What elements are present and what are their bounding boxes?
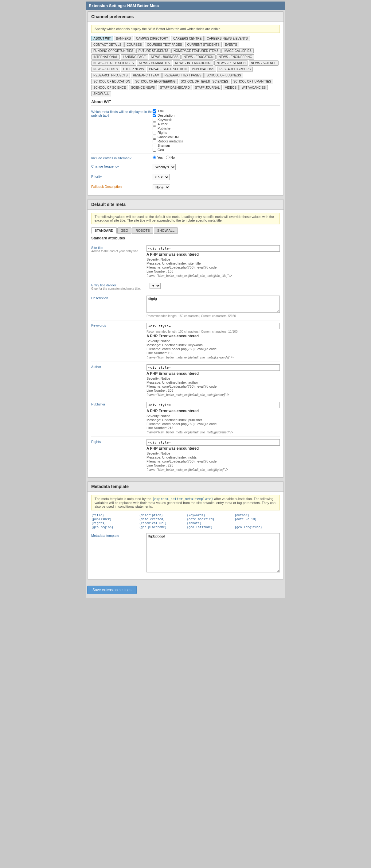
channel-tag[interactable]: RESEARCH PROJECTS [91,73,130,78]
channel-tag[interactable]: RESEARCH TEAM [131,73,162,78]
template-var [235,522,280,525]
channel-tag[interactable]: NEWS - HEALTH SCIENCES [91,60,136,66]
channel-tag[interactable]: BANNERS [114,36,133,41]
metadata-template-info: The meta template is outputted by the {e… [91,495,280,510]
template-var: {rights} [91,522,137,525]
channel-tag[interactable]: CURRENT STUDENTS [185,42,222,47]
channel-tag[interactable]: SHOW ALL [91,91,111,96]
author-input[interactable] [146,364,280,371]
channel-preferences-section: Channel preferences Specify which channe… [87,11,284,195]
channel-tag[interactable]: NEWS - EDUCATION [181,54,216,60]
meta-field-checkbox-item[interactable]: Geo [153,148,280,152]
publisher-label: Publisher [91,402,146,406]
channel-tag[interactable]: VIDEOS [223,85,239,90]
template-var: {date_valid} [235,518,280,521]
sitemap-radios: Yes No [153,156,280,159]
channel-tag[interactable]: WIT VACANCIES [239,85,268,90]
channel-tag[interactable]: SCHOOL OF HUMANITIES [231,79,273,84]
std-attrs-title: Standard attributes [91,236,280,240]
template-var: {description} [139,514,184,517]
keywords-error: A PHP Error was encountered Severity: No… [146,334,280,359]
channel-tag[interactable]: EVENTS [223,42,239,47]
channel-tag[interactable]: COURSES [124,42,144,47]
channel-tag[interactable]: LANDING PAGE [121,54,148,60]
priority-label: Priority [91,174,153,178]
channel-tag[interactable]: STAFF DASHBOARD [158,85,192,90]
channel-tag[interactable]: INTERNATIONAL [91,54,120,60]
rights-label: Rights [91,439,146,443]
default-meta-tab[interactable]: SHOW ALL [154,227,178,234]
meta-field-checkbox-item[interactable]: Publisher [153,126,280,130]
channel-tag[interactable]: FUTURE STUDENTS [136,48,170,53]
meta-field-checkbox-item[interactable]: Title [153,109,280,113]
channel-tag[interactable]: CAREERS CENTRE [171,36,204,41]
default-meta-tab[interactable]: ROBOTS [132,227,153,234]
channel-tag[interactable]: OTHER NEWS [121,67,146,72]
channel-tag[interactable]: SCIENCE NEWS [129,85,157,90]
template-var: {publisher} [91,518,137,521]
metadata-template-textarea[interactable]: ltgdgdgdgd [146,533,280,572]
fallback-label: Fallback Description [91,184,153,188]
channel-tag[interactable]: SCHOOL OF HEALTH SCIENCES [179,79,230,84]
publisher-input[interactable] [146,402,280,408]
template-var: {keywords} [187,514,232,517]
channel-tag[interactable]: NEWS - SPORTS [91,67,120,72]
default-meta-tab[interactable]: GEO [117,227,132,234]
channel-tag[interactable]: CAREERS NEWS & EVENTS [204,36,250,41]
channel-tag[interactable]: SCHOOL OF SCIENCE [91,85,128,90]
channel-tag[interactable]: NEWS - HUMANITIES [137,60,172,66]
channel-tag[interactable]: HOMEPAGE FEATURED ITEMS [171,48,221,53]
change-freq-row: Change frequency Weekly ▾ [91,162,280,172]
channel-tag[interactable]: ABOUT WIT [91,36,113,41]
channel-tag[interactable]: IMAGE GALLERIES [222,48,254,53]
author-label: Author [91,364,146,369]
channel-tag[interactable]: SCHOOL OF ENGINEERING [133,79,177,84]
change-freq-select[interactable]: Weekly ▾ [153,164,176,170]
divider-select[interactable]: ▾ [149,283,161,289]
default-meta-tab[interactable]: STANDARD [91,227,117,234]
meta-field-checkbox-item[interactable]: Author [153,122,280,126]
template-var: {geo_longitude} [235,525,280,529]
description-content: dfgdg Recommended length: 150 characters… [146,296,280,318]
channel-tag[interactable]: PUBLICATIONS [190,67,217,72]
channel-tag[interactable]: COURSES TEXT PAGES [145,42,184,47]
channel-tag[interactable]: NEWS - BUSINESS [149,54,180,60]
save-button[interactable]: Save extension settings [87,586,137,594]
channel-tag[interactable]: SCHOOL OF EDUCATION [91,79,132,84]
channel-tag[interactable]: PRIVATE STAFF SECTION [147,67,189,72]
divider-content: - ▾ [146,283,280,289]
default-site-meta-info: The following values will be used as the… [91,213,280,224]
description-textarea[interactable]: dfgdg [146,296,280,313]
keywords-input[interactable] [146,323,280,329]
default-meta-tabs: STANDARDGEOROBOTSSHOW ALL [91,227,280,234]
meta-fields-checkboxes: TitleDescriptionKeywordsAuthorPublisherR… [153,109,280,152]
meta-field-checkbox-item[interactable]: Description [153,114,280,117]
template-var: {geo_latitude} [187,525,232,529]
meta-field-checkbox-item[interactable]: Keywords [153,118,280,122]
channel-tag[interactable]: STAFF JOURNAL [193,85,222,90]
meta-field-checkbox-item[interactable]: Canonical URL [153,135,280,139]
site-title-row: Site title Added to the end of your entr… [91,243,280,280]
channel-tag[interactable]: NEWS - RESEARCH [215,60,248,66]
channel-tag[interactable]: RESEARCH GROUPS [217,67,253,72]
priority-select[interactable]: 0.5 ▾ [153,174,170,180]
sitemap-yes-option[interactable]: Yes [153,156,163,159]
sitemap-no-option[interactable]: No [166,156,175,159]
channel-tags-container: ABOUT WITBANNERSCAMPUS DIRECTORYCAREERS … [91,36,280,96]
channel-tag[interactable]: RESEARCH TEXT PAGES [163,73,204,78]
channel-tag[interactable]: SCHOOL OF BUSINESS [204,73,243,78]
meta-field-checkbox-item[interactable]: Robots metadata [153,140,280,143]
site-title-input[interactable] [146,245,280,252]
template-var: {date_modified} [187,518,232,521]
channel-tag[interactable]: NEWS - INTERNATIONAL [173,60,213,66]
meta-field-checkbox-item[interactable]: Rights [153,131,280,134]
template-var: {date_created} [139,518,184,521]
rights-input[interactable] [146,439,280,446]
channel-tag[interactable]: CONTACT DETAILS [91,42,123,47]
fallback-select[interactable]: None [153,184,170,190]
channel-tag[interactable]: NEWS - SCIENCE [249,60,279,66]
channel-tag[interactable]: CAMPUS DIRECTORY [134,36,170,41]
channel-tag[interactable]: NEWS - ENGINEERING [217,54,254,60]
meta-field-checkbox-item[interactable]: Sitemap [153,144,280,147]
channel-tag[interactable]: FUNDING OPPORTUNITIES [91,48,136,53]
